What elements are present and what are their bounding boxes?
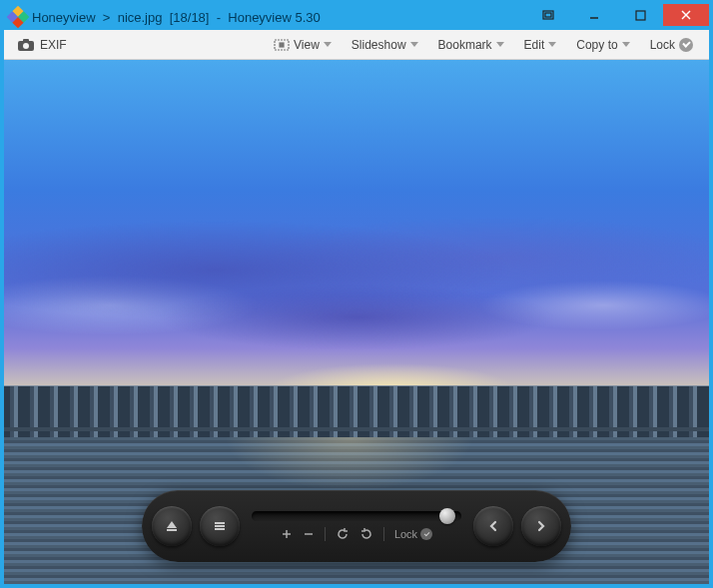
close-button[interactable] (663, 4, 709, 26)
maximize-button[interactable] (617, 4, 663, 26)
view-label: View (294, 38, 320, 52)
svg-rect-1 (545, 13, 551, 17)
exif-button[interactable]: EXIF (12, 34, 73, 56)
slider-thumb[interactable] (439, 508, 455, 524)
rotate-ccw-button[interactable] (336, 527, 350, 541)
svg-marker-11 (167, 521, 177, 528)
bookmark-label: Bookmark (438, 38, 492, 52)
fit-icon (274, 39, 290, 51)
chevron-down-icon (410, 42, 418, 47)
app-logo-icon (7, 6, 30, 29)
title-app: Honeyview (32, 10, 96, 25)
bookmark-menu[interactable]: Bookmark (430, 34, 512, 56)
zoom-in-button[interactable] (281, 528, 293, 540)
svg-rect-13 (215, 522, 225, 524)
zoom-out-button[interactable] (303, 528, 315, 540)
svg-rect-10 (280, 43, 284, 47)
check-icon (420, 528, 432, 540)
toolbar: EXIF View Slideshow Bookmark Edit Copy t… (4, 30, 709, 60)
lock-toggle-label: Lock (394, 528, 417, 540)
window-controls (525, 4, 709, 30)
window-title: Honeyview > nice.jpg [18/18] - Honeyview… (32, 10, 525, 25)
eject-button[interactable] (152, 506, 192, 546)
slideshow-label: Slideshow (352, 38, 406, 52)
chevron-down-icon (548, 42, 556, 47)
minimize-button[interactable] (571, 4, 617, 26)
player-controls: Lock (142, 490, 571, 562)
menu-button[interactable] (200, 506, 240, 546)
camera-icon (18, 39, 34, 51)
chevron-down-icon (496, 42, 504, 47)
previous-button[interactable] (473, 506, 513, 546)
lock-label: Lock (650, 38, 675, 52)
view-menu[interactable]: View (266, 34, 340, 56)
svg-rect-3 (636, 11, 645, 20)
slideshow-menu[interactable]: Slideshow (344, 34, 426, 56)
svg-rect-15 (215, 528, 225, 530)
rotate-cw-button[interactable] (359, 527, 373, 541)
lock-toggle[interactable]: Lock (394, 528, 432, 540)
edit-label: Edit (524, 38, 545, 52)
copyto-label: Copy to (576, 38, 617, 52)
lock-button[interactable]: Lock (642, 34, 701, 56)
copyto-menu[interactable]: Copy to (568, 34, 637, 56)
window-aux-button[interactable] (525, 4, 571, 26)
chevron-down-icon (622, 42, 630, 47)
title-dash: - (217, 10, 221, 25)
svg-rect-12 (167, 529, 177, 531)
title-bar[interactable]: Honeyview > nice.jpg [18/18] - Honeyview… (4, 4, 709, 30)
app-window: Honeyview > nice.jpg [18/18] - Honeyview… (0, 0, 713, 588)
exif-label: EXIF (40, 38, 67, 52)
title-index: [18/18] (170, 10, 210, 25)
title-file: nice.jpg (118, 10, 163, 25)
svg-point-8 (23, 43, 29, 49)
image-viewport[interactable]: Lock (4, 60, 709, 584)
progress-slider[interactable] (252, 511, 461, 521)
svg-rect-14 (215, 525, 225, 527)
title-appver: Honeyview 5.30 (228, 10, 321, 25)
title-separator: > (103, 10, 111, 25)
edit-menu[interactable]: Edit (516, 34, 565, 56)
svg-rect-7 (23, 39, 29, 42)
next-button[interactable] (521, 506, 561, 546)
check-icon (679, 38, 693, 52)
chevron-down-icon (324, 42, 332, 47)
